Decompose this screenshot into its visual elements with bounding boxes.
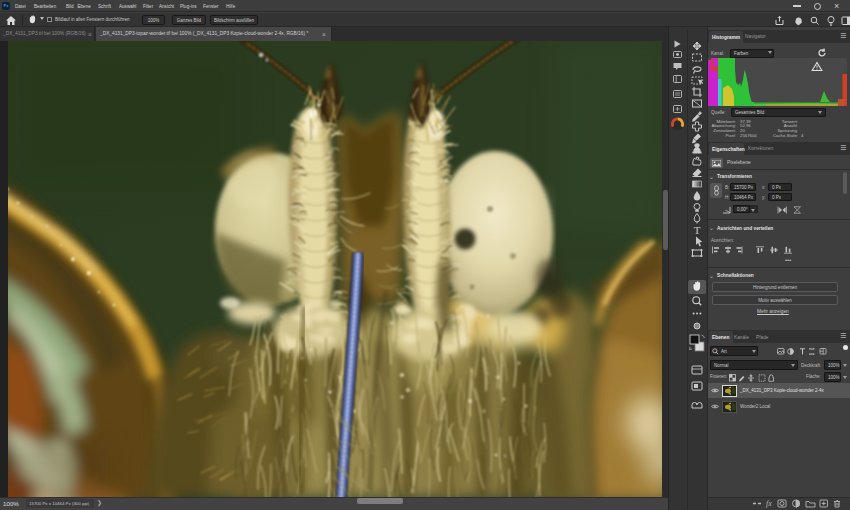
svg-text:fx: fx bbox=[766, 499, 772, 508]
svg-text:T: T bbox=[694, 224, 701, 236]
